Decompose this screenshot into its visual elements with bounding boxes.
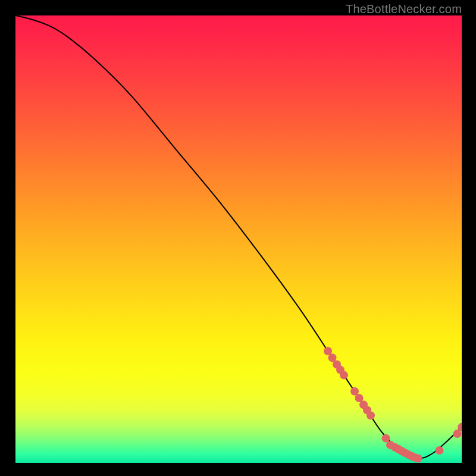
data-marker bbox=[340, 371, 348, 380]
plot-area bbox=[15, 15, 462, 463]
curve-line bbox=[15, 15, 462, 459]
chart-svg bbox=[15, 15, 462, 463]
chart-stage: TheBottleNecker.com bbox=[0, 0, 476, 476]
data-marker bbox=[367, 411, 375, 419]
watermark-text: TheBottleNecker.com bbox=[346, 2, 462, 16]
marker-group bbox=[324, 347, 462, 462]
data-marker bbox=[436, 446, 444, 455]
data-marker bbox=[414, 454, 422, 462]
